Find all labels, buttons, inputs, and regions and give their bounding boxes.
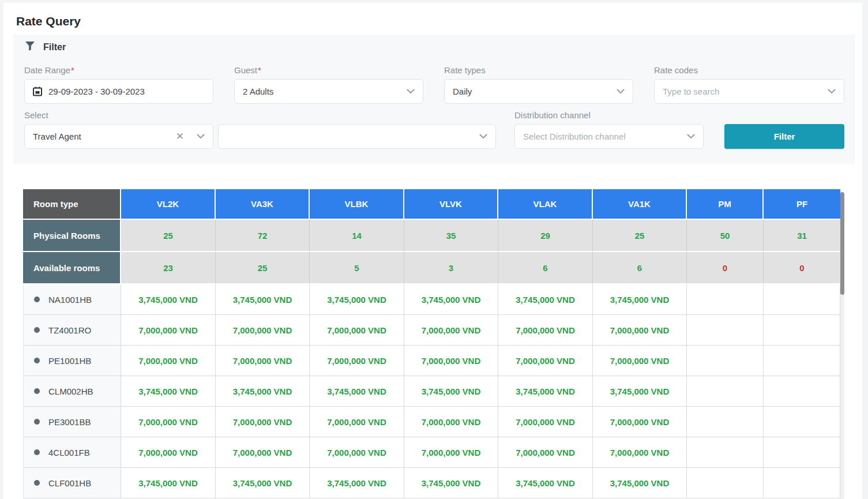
rate-cell-vlbk: 7,000,000 VND: [310, 437, 404, 468]
calendar-icon: [33, 87, 42, 96]
physical-count-vlbk: 14: [310, 220, 404, 252]
page-title: Rate Query: [16, 14, 81, 28]
column-header-pm: PM: [687, 189, 764, 220]
rate-cell-vlak: 7,000,000 VND: [498, 346, 593, 376]
guest-label: Guest*: [234, 65, 261, 75]
room-type-header: Room type: [23, 189, 121, 220]
date-range-input[interactable]: 29-09-2023 - 30-09-2023: [24, 79, 213, 104]
room-code-cell: NA1001HB: [23, 284, 121, 315]
rate-cell-va3k: 3,745,000 VND: [216, 376, 310, 407]
rate-cell-pm: [687, 437, 764, 468]
rate-cell-vlbk: 7,000,000 VND: [310, 407, 404, 437]
physical-rooms-label: Physical Rooms: [23, 220, 121, 252]
rate-cell-vlvk: 3,745,000 VND: [404, 284, 498, 315]
rate-cell-vlbk: 3,745,000 VND: [310, 284, 404, 315]
rate-cell-pf: [764, 315, 840, 346]
column-header-vlvk: VLVK: [404, 189, 498, 220]
table-body: NA1001HB3,745,000 VND3,745,000 VND3,745,…: [23, 284, 844, 498]
available-rooms-row: Available rooms 2325536600: [23, 252, 840, 284]
rate-cell-va3k: 7,000,000 VND: [216, 437, 310, 468]
room-code: PE3001BB: [48, 417, 91, 427]
rate-cell-pm: [687, 346, 764, 376]
rate-cell-vlvk: 7,000,000 VND: [404, 315, 498, 346]
rate-cell-vlak: 3,745,000 VND: [498, 376, 593, 407]
rate-cell-va1k: 7,000,000 VND: [593, 437, 687, 468]
content-card: Rate Query Filter Date Range* Guest* Rat…: [3, 3, 862, 499]
rate-cell-vlvk: 7,000,000 VND: [404, 407, 498, 437]
available-count-va1k: 6: [593, 252, 687, 284]
filter-funnel-icon: [25, 41, 35, 54]
table-row: TZ4001RO7,000,000 VND7,000,000 VND7,000,…: [23, 315, 840, 346]
table-scrollbar[interactable]: [840, 192, 844, 499]
rate-cell-vl2k: 3,745,000 VND: [121, 468, 216, 498]
rate-cell-vl2k: 7,000,000 VND: [121, 315, 216, 346]
room-code-cell: CLM002HB: [23, 376, 121, 407]
available-count-pm: 0: [687, 252, 764, 284]
chevron-down-icon: [197, 134, 205, 139]
secondary-select[interactable]: [218, 124, 496, 149]
rate-cell-vlvk: 7,000,000 VND: [404, 346, 498, 376]
table-header-row: Room type VL2KVA3KVLBKVLVKVLAKVA1KPMPF: [23, 189, 840, 220]
column-header-vlbk: VLBK: [310, 189, 404, 220]
room-code-cell: TZ4001RO: [23, 315, 121, 346]
available-rooms-label: Available rooms: [23, 252, 121, 284]
table-row: 4CL001FB7,000,000 VND7,000,000 VND7,000,…: [23, 437, 840, 468]
scrollbar-thumb[interactable]: [840, 192, 844, 295]
filter-button[interactable]: Filter: [724, 124, 844, 149]
status-dot-icon: [34, 388, 40, 394]
rate-cell-va1k: 3,745,000 VND: [593, 468, 687, 498]
room-code-cell: 4CL001FB: [23, 437, 121, 468]
column-header-vl2k: VL2K: [121, 189, 216, 220]
room-code: CLM002HB: [48, 387, 93, 396]
rate-cell-va3k: 7,000,000 VND: [216, 315, 310, 346]
column-header-va3k: VA3K: [216, 189, 310, 220]
rate-cell-vlvk: 3,745,000 VND: [404, 468, 498, 498]
table-row: NA1001HB3,745,000 VND3,745,000 VND3,745,…: [23, 284, 840, 315]
filter-panel-header: Filter: [25, 41, 66, 54]
rate-types-select[interactable]: Daily: [444, 79, 633, 104]
available-count-vl2k: 23: [121, 252, 216, 284]
room-code: CLF001HB: [48, 478, 91, 488]
rate-cell-vlak: 7,000,000 VND: [498, 407, 593, 437]
physical-count-vl2k: 25: [121, 220, 216, 252]
select-label: Select: [24, 110, 48, 120]
rate-cell-vlvk: 7,000,000 VND: [404, 437, 498, 468]
rate-cell-pm: [687, 315, 764, 346]
room-code: TZ4001RO: [48, 325, 91, 335]
rate-cell-va1k: 7,000,000 VND: [593, 315, 687, 346]
physical-rooms-row: Physical Rooms 2572143529255031: [23, 220, 840, 252]
chevron-down-icon: [828, 89, 836, 94]
rate-codes-search-input[interactable]: [663, 87, 823, 96]
distribution-channel-select[interactable]: Select Distribution channel: [514, 124, 704, 149]
chevron-down-icon: [479, 134, 487, 139]
rate-cell-vlbk: 3,745,000 VND: [310, 376, 404, 407]
room-code: PE1001HB: [48, 356, 91, 366]
rate-cell-va1k: 7,000,000 VND: [593, 407, 687, 437]
clear-icon[interactable]: ✕: [176, 130, 184, 142]
available-count-vlbk: 5: [310, 252, 404, 284]
rate-cell-pf: [764, 284, 840, 315]
rate-cell-pf: [764, 437, 840, 468]
chevron-down-icon: [687, 134, 695, 139]
rate-cell-vlak: 3,745,000 VND: [498, 468, 593, 498]
available-count-vlak: 6: [498, 252, 593, 284]
rate-cell-vlbk: 3,745,000 VND: [310, 468, 404, 498]
chevron-down-icon: [617, 89, 625, 94]
rate-cell-pm: [687, 468, 764, 498]
status-dot-icon: [34, 327, 40, 333]
select-travel-agent[interactable]: Travel Agent ✕: [24, 124, 213, 149]
table-row: PE3001BB7,000,000 VND7,000,000 VND7,000,…: [23, 407, 840, 437]
room-code-cell: PE3001BB: [23, 407, 121, 437]
rate-cell-vlvk: 3,745,000 VND: [404, 376, 498, 407]
rate-cell-va1k: 3,745,000 VND: [593, 284, 687, 315]
rate-codes-combobox[interactable]: [654, 79, 844, 104]
rate-cell-va3k: 7,000,000 VND: [216, 407, 310, 437]
column-header-va1k: VA1K: [593, 189, 687, 220]
table-row: PE1001HB7,000,000 VND7,000,000 VND7,000,…: [23, 346, 840, 376]
rate-cell-va1k: 3,745,000 VND: [593, 376, 687, 407]
table-row: CLF001HB3,745,000 VND3,745,000 VND3,745,…: [23, 468, 840, 498]
status-dot-icon: [34, 449, 40, 455]
rate-cell-va1k: 7,000,000 VND: [593, 346, 687, 376]
guest-select[interactable]: 2 Adults: [234, 79, 423, 104]
rate-cell-vl2k: 3,745,000 VND: [121, 376, 216, 407]
